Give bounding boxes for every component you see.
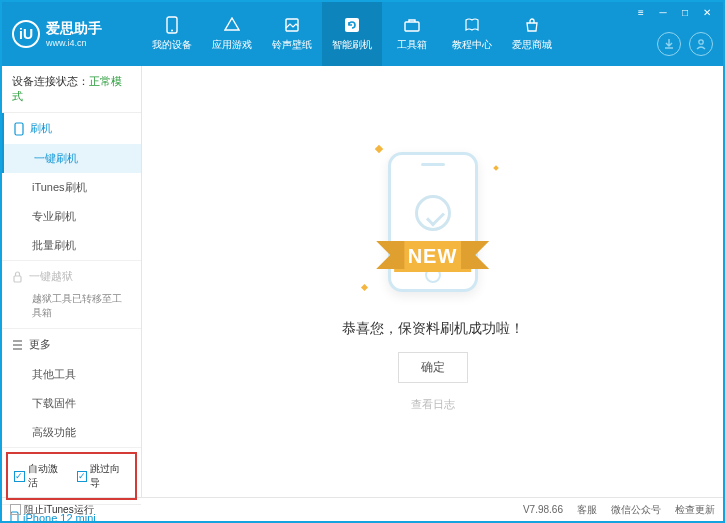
logo-block: iU 爱思助手 www.i4.cn — [2, 20, 142, 48]
status-label: 设备连接状态： — [12, 75, 89, 87]
book-icon — [463, 16, 481, 34]
checkbox-label: 阻止iTunes运行 — [24, 503, 94, 517]
nav-smart-flash[interactable]: 智能刷机 — [322, 2, 382, 66]
nav-my-device[interactable]: 我的设备 — [142, 2, 202, 66]
section-title: 刷机 — [30, 121, 52, 136]
user-icon[interactable] — [689, 32, 713, 56]
nav-label: 教程中心 — [452, 38, 492, 52]
sidebar-item-firmware[interactable]: 下载固件 — [2, 389, 141, 418]
sidebar-more-header[interactable]: 更多 — [2, 329, 141, 360]
sidebar-jailbreak-header: 一键越狱 — [2, 261, 141, 292]
checkbox-label: 自动激活 — [28, 462, 67, 490]
maximize-icon[interactable]: □ — [675, 5, 695, 19]
nav-label: 智能刷机 — [332, 38, 372, 52]
nav-tutorial[interactable]: 教程中心 — [442, 2, 502, 66]
refresh-icon — [343, 16, 361, 34]
checkbox-empty-icon — [10, 504, 21, 515]
app-header: iU 爱思助手 www.i4.cn 我的设备 应用游戏 铃声壁纸 智能刷机 工具… — [2, 2, 723, 66]
app-subtitle: www.i4.cn — [46, 38, 102, 48]
nav-label: 铃声壁纸 — [272, 38, 312, 52]
device-status: 设备连接状态：正常模式 — [2, 66, 141, 113]
update-link[interactable]: 检查更新 — [675, 503, 715, 517]
phone-small-icon — [14, 122, 24, 136]
view-log-link[interactable]: 查看日志 — [411, 397, 455, 412]
wechat-link[interactable]: 微信公众号 — [611, 503, 661, 517]
nav-apps[interactable]: 应用游戏 — [202, 2, 262, 66]
minimize-icon[interactable]: ─ — [653, 5, 673, 19]
nav-label: 我的设备 — [152, 38, 192, 52]
jailbreak-note: 越狱工具已转移至工具箱 — [2, 292, 141, 328]
sidebar-item-batch[interactable]: 批量刷机 — [2, 231, 141, 260]
main-nav: 我的设备 应用游戏 铃声壁纸 智能刷机 工具箱 教程中心 爱思商城 — [142, 2, 562, 66]
sidebar-flash-header[interactable]: 刷机 — [2, 113, 141, 144]
menu-icon[interactable]: ≡ — [631, 5, 651, 19]
nav-label: 工具箱 — [397, 38, 427, 52]
sidebar: 设备连接状态：正常模式 刷机 一键刷机 iTunes刷机 专业刷机 批量刷机 一… — [2, 66, 142, 497]
main-content: NEW 恭喜您，保资料刷机成功啦！ 确定 查看日志 — [142, 66, 723, 497]
svg-point-5 — [699, 40, 703, 44]
nav-toolbox[interactable]: 工具箱 — [382, 2, 442, 66]
success-illustration: NEW — [358, 142, 508, 302]
download-icon[interactable] — [657, 32, 681, 56]
checkbox-auto-activate[interactable]: ✓ 自动激活 — [14, 462, 67, 490]
check-icon: ✓ — [77, 471, 88, 482]
store-icon — [523, 16, 541, 34]
wallpaper-icon — [283, 16, 301, 34]
toolbox-icon — [403, 16, 421, 34]
confirm-button[interactable]: 确定 — [398, 352, 468, 383]
sidebar-item-advanced[interactable]: 高级功能 — [2, 418, 141, 447]
nav-ringtone[interactable]: 铃声壁纸 — [262, 2, 322, 66]
nav-store[interactable]: 爱思商城 — [502, 2, 562, 66]
checkbox-block-itunes[interactable]: 阻止iTunes运行 — [10, 503, 94, 517]
sidebar-item-oneclick[interactable]: 一键刷机 — [2, 144, 141, 173]
apps-icon — [223, 16, 241, 34]
svg-rect-4 — [405, 22, 419, 31]
sidebar-item-pro[interactable]: 专业刷机 — [2, 202, 141, 231]
success-message: 恭喜您，保资料刷机成功啦！ — [342, 320, 524, 338]
new-ribbon: NEW — [394, 241, 472, 272]
section-title: 更多 — [29, 337, 51, 352]
svg-rect-7 — [14, 276, 21, 282]
close-icon[interactable]: ✕ — [697, 5, 717, 19]
window-controls: ≡ ─ □ ✕ — [631, 5, 717, 19]
app-title: 爱思助手 — [46, 20, 102, 38]
check-icon: ✓ — [14, 471, 25, 482]
nav-label: 爱思商城 — [512, 38, 552, 52]
phone-icon — [163, 16, 181, 34]
options-box: ✓ 自动激活 ✓ 跳过向导 — [6, 452, 137, 500]
svg-point-1 — [171, 30, 173, 32]
svg-rect-6 — [15, 123, 23, 135]
service-link[interactable]: 客服 — [577, 503, 597, 517]
logo-icon: iU — [12, 20, 40, 48]
lock-icon — [12, 271, 23, 283]
section-title: 一键越狱 — [29, 269, 73, 284]
nav-label: 应用游戏 — [212, 38, 252, 52]
sidebar-item-itunes[interactable]: iTunes刷机 — [2, 173, 141, 202]
sidebar-item-tools[interactable]: 其他工具 — [2, 360, 141, 389]
checkbox-skip-guide[interactable]: ✓ 跳过向导 — [77, 462, 130, 490]
list-icon — [12, 340, 23, 350]
checkbox-label: 跳过向导 — [90, 462, 129, 490]
version-label: V7.98.66 — [523, 504, 563, 515]
